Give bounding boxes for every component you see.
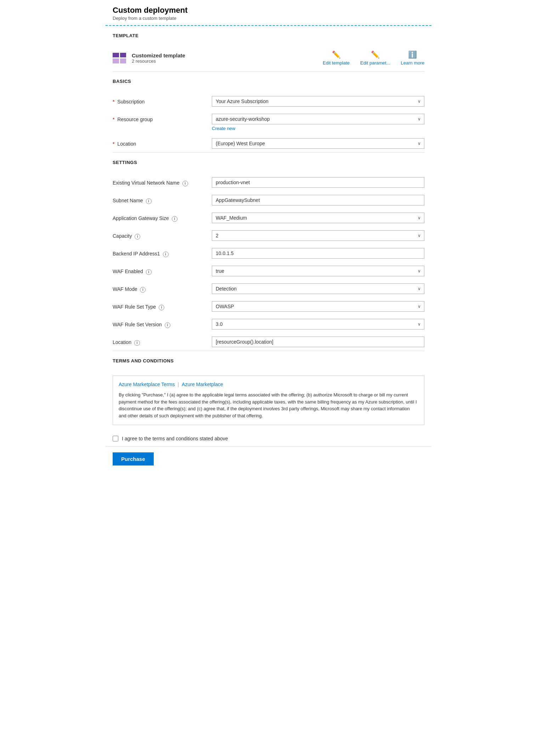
learn-more-icon: ℹ️ (408, 50, 417, 59)
backend-ip-info-icon[interactable]: i (163, 252, 169, 257)
waf-rule-set-type-label: WAF Rule Set Type i (113, 301, 205, 310)
terms-section: TERMS AND CONDITIONS (106, 351, 431, 372)
edit-template-button[interactable]: ✏️ Edit template (323, 50, 350, 66)
resource-group-select-wrapper: azure-security-workshop (212, 114, 424, 124)
resource-group-select[interactable]: azure-security-workshop (212, 114, 424, 124)
waf-enabled-row: WAF Enabled i true (106, 262, 431, 280)
waf-enabled-control: true (212, 266, 424, 276)
subscription-required-star: * (113, 99, 114, 105)
basics-section: BASICS (106, 72, 431, 92)
app-gw-size-select-wrapper: WAF_Medium (212, 213, 424, 223)
backend-ip-input[interactable] (212, 248, 424, 259)
waf-rule-set-type-select[interactable]: OWASP (212, 301, 424, 312)
waf-rule-set-type-select-wrapper: OWASP (212, 301, 424, 312)
terms-box: Azure Marketplace Terms | Azure Marketpl… (113, 376, 424, 425)
page-header: Custom deployment Deploy from a custom t… (106, 0, 431, 26)
template-section: TEMPLATE (106, 26, 431, 47)
waf-rule-set-version-select[interactable]: 3.0 (212, 319, 424, 329)
waf-mode-control: Detection (212, 283, 424, 294)
edit-template-label: Edit template (323, 60, 350, 66)
subscription-select[interactable]: Your Azure Subscription (212, 96, 424, 107)
waf-mode-row: WAF Mode i Detection (106, 280, 431, 298)
create-new-link[interactable]: Create new (212, 126, 424, 131)
subnet-name-label: Subnet Name i (113, 195, 205, 204)
waf-enabled-select-wrapper: true (212, 266, 424, 276)
resource-group-row: * Resource group azure-security-workshop… (106, 110, 431, 135)
capacity-row: Capacity i 2 (106, 227, 431, 244)
waf-rule-set-version-row: WAF Rule Set Version i 3.0 (106, 315, 431, 333)
agree-checkbox[interactable] (113, 436, 118, 441)
resource-group-label: * Resource group (113, 114, 205, 122)
template-resources: 2 resources (132, 58, 317, 64)
agree-row: I agree to the terms and conditions stat… (106, 431, 431, 446)
waf-mode-select[interactable]: Detection (212, 283, 424, 294)
waf-rule-set-type-info-icon[interactable]: i (159, 305, 164, 310)
agree-label: I agree to the terms and conditions stat… (122, 436, 228, 441)
resource-group-required-star: * (113, 117, 114, 122)
edit-parameters-icon: ✏️ (371, 50, 380, 59)
edit-template-icon: ✏️ (332, 50, 341, 59)
template-name: Customized template (132, 52, 317, 58)
settings-section-title: SETTINGS (113, 160, 424, 165)
terms-tab-separator: | (177, 382, 179, 387)
terms-tabs: Azure Marketplace Terms | Azure Marketpl… (119, 382, 418, 387)
waf-mode-info-icon[interactable]: i (140, 287, 146, 293)
page-title: Custom deployment (113, 6, 424, 15)
capacity-control: 2 (212, 230, 424, 241)
location-select[interactable]: (Europe) West Europe (212, 138, 424, 149)
subscription-row: * Subscription Your Azure Subscription (106, 92, 431, 110)
app-gw-size-select[interactable]: WAF_Medium (212, 213, 424, 223)
location-control: (Europe) West Europe (212, 138, 424, 149)
waf-enabled-select[interactable]: true (212, 266, 424, 276)
icon-cell-1 (113, 53, 119, 58)
edit-parameters-button[interactable]: ✏️ Edit paramet... (360, 50, 390, 66)
purchase-button[interactable]: Purchase (113, 452, 154, 466)
subnet-name-row: Subnet Name i (106, 191, 431, 209)
subnet-name-input[interactable] (212, 195, 424, 205)
capacity-select[interactable]: 2 (212, 230, 424, 241)
subnet-name-control (212, 195, 424, 205)
waf-rule-set-type-row: WAF Rule Set Type i OWASP (106, 298, 431, 315)
settings-section: SETTINGS (106, 153, 431, 174)
template-actions: ✏️ Edit template ✏️ Edit paramet... ℹ️ L… (323, 50, 424, 66)
template-icon (113, 53, 126, 63)
waf-enabled-label: WAF Enabled i (113, 266, 205, 275)
template-block: Customized template 2 resources ✏️ Edit … (106, 47, 431, 71)
template-section-title: TEMPLATE (113, 33, 424, 38)
basics-section-title: BASICS (113, 79, 424, 84)
app-gw-size-label: Application Gateway Size i (113, 213, 205, 222)
app-gw-size-info-icon[interactable]: i (172, 216, 177, 222)
app-gw-size-control: WAF_Medium (212, 213, 424, 223)
vnet-name-label: Existing Virtual Network Name i (113, 177, 205, 186)
waf-enabled-info-icon[interactable]: i (146, 269, 152, 275)
waf-rule-set-version-label: WAF Rule Set Version i (113, 319, 205, 328)
azure-marketplace-tab[interactable]: Azure Marketplace (182, 382, 223, 387)
subscription-control: Your Azure Subscription (212, 96, 424, 107)
learn-more-button[interactable]: ℹ️ Learn more (401, 50, 424, 66)
waf-rule-set-version-select-wrapper: 3.0 (212, 319, 424, 329)
location-setting-info-icon[interactable]: i (134, 340, 140, 346)
vnet-name-info-icon[interactable]: i (182, 181, 188, 186)
capacity-select-wrapper: 2 (212, 230, 424, 241)
waf-mode-select-wrapper: Detection (212, 283, 424, 294)
subnet-name-info-icon[interactable]: i (146, 198, 152, 204)
capacity-info-icon[interactable]: i (135, 234, 140, 239)
learn-more-label: Learn more (401, 60, 424, 66)
waf-mode-label: WAF Mode i (113, 283, 205, 293)
vnet-name-input[interactable] (212, 177, 424, 188)
location-label: * Location (113, 138, 205, 147)
azure-marketplace-terms-tab[interactable]: Azure Marketplace Terms (119, 382, 175, 387)
location-setting-row: Location i (106, 333, 431, 351)
backend-ip-row: Backend IP Address1 i (106, 244, 431, 262)
location-setting-input[interactable] (212, 337, 424, 347)
location-required-star: * (113, 141, 114, 147)
location-select-wrapper: (Europe) West Europe (212, 138, 424, 149)
location-row: * Location (Europe) West Europe (106, 135, 431, 152)
backend-ip-control (212, 248, 424, 259)
location-setting-control (212, 337, 424, 347)
waf-rule-set-version-info-icon[interactable]: i (165, 322, 170, 328)
capacity-label: Capacity i (113, 230, 205, 239)
resource-group-control: azure-security-workshop Create new (212, 114, 424, 131)
app-gw-size-row: Application Gateway Size i WAF_Medium (106, 209, 431, 227)
icon-cell-2 (120, 53, 126, 58)
